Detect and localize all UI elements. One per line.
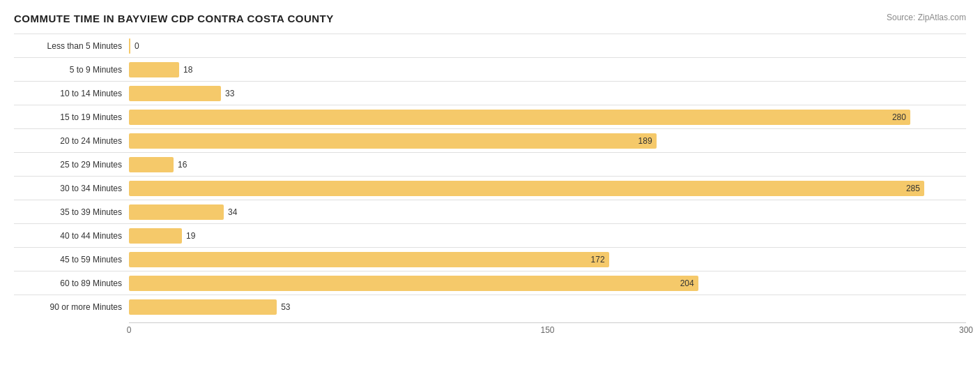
- bar-fill: [129, 86, 221, 101]
- bar-fill: [129, 228, 182, 244]
- bar-label: 45 to 59 Minutes: [14, 255, 129, 265]
- bar-label: 40 to 44 Minutes: [14, 231, 129, 241]
- bar-row: 60 to 89 Minutes204: [14, 271, 966, 295]
- bar-value: 189: [638, 136, 652, 146]
- bar-value: 204: [680, 278, 694, 288]
- bar-track: 19: [129, 228, 966, 244]
- bar-label: 60 to 89 Minutes: [14, 278, 129, 288]
- bar-value: 34: [228, 207, 237, 217]
- x-tick: 150: [540, 325, 554, 335]
- bar-fill: [129, 157, 174, 172]
- bar-fill: 172: [129, 252, 609, 267]
- bar-fill: 280: [129, 110, 910, 125]
- x-tick: 300: [959, 325, 973, 335]
- bar-track: 280: [129, 110, 966, 125]
- bar-value: 172: [591, 255, 605, 265]
- bar-track: 18: [129, 62, 966, 77]
- bar-value: 280: [892, 112, 906, 122]
- bar-label: 20 to 24 Minutes: [14, 136, 129, 146]
- bar-track: 34: [129, 204, 966, 220]
- bar-fill: [129, 62, 179, 77]
- bar-value: 19: [186, 231, 195, 241]
- bar-value: 0: [135, 41, 139, 51]
- bar-fill: 189: [129, 133, 657, 149]
- chart-area: Less than 5 Minutes05 to 9 Minutes1810 t…: [14, 33, 966, 318]
- bar-label: 90 or more Minutes: [14, 302, 129, 312]
- bar-value: 53: [281, 302, 290, 312]
- chart-title: COMMUTE TIME IN BAYVIEW CDP CONTRA COSTA…: [14, 13, 334, 24]
- bar-fill: 285: [129, 181, 924, 196]
- bar-row: 40 to 44 Minutes19: [14, 223, 966, 247]
- bar-value: 16: [178, 160, 187, 170]
- chart-source: Source: ZipAtlas.com: [887, 13, 966, 22]
- bar-track: 204: [129, 276, 966, 291]
- bar-row: Less than 5 Minutes0: [14, 33, 966, 57]
- bar-label: 30 to 34 Minutes: [14, 184, 129, 193]
- bar-track: 53: [129, 299, 966, 315]
- bar-row: 10 to 14 Minutes33: [14, 81, 966, 105]
- bar-label: 5 to 9 Minutes: [14, 65, 129, 75]
- bar-label: Less than 5 Minutes: [14, 41, 129, 51]
- bar-label: 35 to 39 Minutes: [14, 207, 129, 217]
- bar-value: 33: [225, 89, 234, 98]
- bar-row: 25 to 29 Minutes16: [14, 152, 966, 176]
- x-axis: 0150300: [129, 322, 966, 336]
- bar-fill: [129, 38, 130, 54]
- bar-row: 35 to 39 Minutes34: [14, 200, 966, 223]
- bar-row: 45 to 59 Minutes172: [14, 247, 966, 271]
- bar-track: 0: [129, 38, 966, 54]
- bar-value: 18: [183, 65, 192, 75]
- bar-row: 15 to 19 Minutes280: [14, 105, 966, 128]
- bar-label: 25 to 29 Minutes: [14, 160, 129, 170]
- chart-container: COMMUTE TIME IN BAYVIEW CDP CONTRA COSTA…: [0, 0, 980, 357]
- bar-fill: 204: [129, 276, 698, 291]
- bar-label: 15 to 19 Minutes: [14, 112, 129, 122]
- bar-row: 5 to 9 Minutes18: [14, 57, 966, 81]
- bar-row: 30 to 34 Minutes285: [14, 176, 966, 200]
- bar-track: 172: [129, 252, 966, 267]
- bar-track: 285: [129, 181, 966, 196]
- bar-row: 90 or more Minutes53: [14, 295, 966, 318]
- bar-value: 285: [906, 184, 920, 193]
- x-tick: 0: [127, 325, 132, 335]
- bar-track: 16: [129, 157, 966, 172]
- bar-label: 10 to 14 Minutes: [14, 89, 129, 98]
- bar-row: 20 to 24 Minutes189: [14, 128, 966, 152]
- bar-track: 189: [129, 133, 966, 149]
- bar-fill: [129, 299, 277, 315]
- x-axis-line: [129, 322, 966, 323]
- bar-fill: [129, 204, 224, 220]
- bar-track: 33: [129, 86, 966, 101]
